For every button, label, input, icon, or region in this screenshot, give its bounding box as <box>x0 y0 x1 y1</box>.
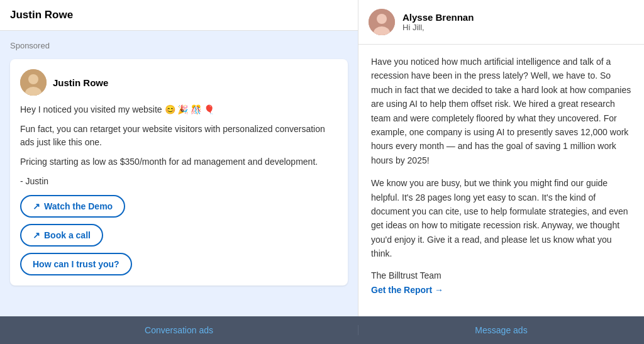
avatar-right <box>369 9 395 35</box>
sender-row: Justin Rowe <box>20 69 338 96</box>
trust-label: How can I trust you? <box>33 259 119 269</box>
left-body: Sponsored Justin Rowe Hey I noticed you <box>0 31 358 316</box>
right-header-text: Alysse Brennan Hi Jill, <box>402 12 474 32</box>
book-call-label: Book a call <box>44 230 91 240</box>
right-paragraph1: Have you noticed how much artificial int… <box>371 55 631 167</box>
footer: Conversation ads Message ads <box>0 316 644 344</box>
sponsored-label: Sponsored <box>10 41 348 50</box>
svg-point-4 <box>377 14 387 24</box>
footer-right: Message ads <box>358 325 644 335</box>
right-paragraph2: We know you are busy, but we think you m… <box>371 176 631 260</box>
message-card: Justin Rowe Hey I noticed you visited my… <box>10 59 348 286</box>
footer-conversation-ads-label: Conversation ads <box>145 325 213 335</box>
right-header: Alysse Brennan Hi Jill, <box>358 0 644 45</box>
external-link-icon-2: ↗ <box>33 230 40 240</box>
message-line3: Pricing starting as low as $350/month fo… <box>20 155 338 169</box>
sign-off: - Justin <box>20 176 338 186</box>
get-report-link[interactable]: Get the Report → <box>371 285 443 295</box>
message-body: Hey I noticed you visited my website 😊 🎉… <box>20 103 338 169</box>
team-sign: The Billtrust Team <box>371 270 631 280</box>
footer-left: Conversation ads <box>0 325 358 335</box>
left-header: Justin Rowe <box>0 0 358 31</box>
right-panel: Alysse Brennan Hi Jill, Have you noticed… <box>358 0 644 316</box>
right-greeting: Hi Jill, <box>402 23 474 32</box>
svg-point-1 <box>28 74 38 84</box>
message-line1: Hey I noticed you visited my website 😊 🎉… <box>20 103 338 116</box>
trust-button[interactable]: How can I trust you? <box>20 253 132 275</box>
message-line2: Fun fact, you can retarget your website … <box>20 123 338 149</box>
watch-demo-label: Watch the Demo <box>44 201 113 211</box>
right-message: Have you noticed how much artificial int… <box>371 55 631 260</box>
right-body: Have you noticed how much artificial int… <box>358 45 644 316</box>
left-panel: Justin Rowe Sponsored Justin Rowe <box>0 0 358 316</box>
right-sender-name: Alysse Brennan <box>402 12 474 23</box>
left-header-name: Justin Rowe <box>10 9 73 21</box>
footer-message-ads-label: Message ads <box>475 325 527 335</box>
watch-demo-button[interactable]: ↗ Watch the Demo <box>20 195 125 218</box>
avatar-left <box>20 69 47 96</box>
left-sender-name: Justin Rowe <box>53 77 108 88</box>
external-link-icon-1: ↗ <box>33 201 40 211</box>
book-call-button[interactable]: ↗ Book a call <box>20 224 103 247</box>
cta-buttons: ↗ Watch the Demo ↗ Book a call How can I… <box>20 195 338 275</box>
